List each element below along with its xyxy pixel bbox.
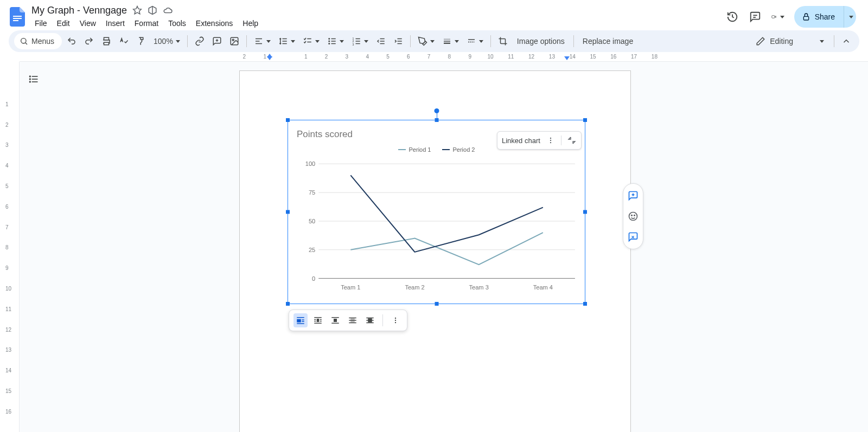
cloud-status-icon[interactable] [163,5,173,15]
border-weight-button[interactable] [439,34,462,49]
history-icon[interactable] [726,10,739,23]
comment-rail [623,183,643,249]
resize-handle-mr[interactable] [583,210,587,214]
align-button[interactable] [251,34,273,49]
add-comment-rail-icon[interactable] [626,188,641,203]
crop-button[interactable] [495,34,510,49]
document-canvas[interactable]: Points scored Period 1 Period 2 02550751… [20,62,868,432]
outline-toggle-button[interactable] [25,70,42,88]
behind-text-button[interactable] [346,313,360,327]
border-dash-button[interactable] [464,34,486,49]
svg-point-55 [30,76,31,77]
menu-extensions[interactable]: Extensions [192,17,237,29]
svg-text:3: 3 [352,43,354,46]
svg-text:Team 4: Team 4 [533,284,553,291]
collapse-toolbar-button[interactable] [839,34,854,49]
meet-button[interactable] [771,10,784,23]
svg-point-75 [550,142,551,143]
svg-rect-12 [104,42,109,45]
svg-point-73 [550,138,551,139]
comments-icon[interactable] [749,10,762,23]
suggest-edits-icon[interactable] [626,229,641,244]
replace-image-button[interactable]: Replace image [578,37,637,46]
svg-rect-77 [297,319,301,323]
header-actions: Share [726,6,861,28]
menu-tools[interactable]: Tools [164,17,190,29]
svg-text:0: 0 [312,275,315,282]
indent-increase-button[interactable] [391,34,406,49]
svg-point-56 [30,79,31,80]
docs-logo[interactable] [7,6,28,28]
print-button[interactable] [99,34,114,49]
add-comment-button[interactable] [209,34,225,49]
resize-handle-tm[interactable] [435,118,438,122]
svg-point-28 [329,43,330,44]
svg-text:25: 25 [309,247,315,253]
legend-series-1: Period 1 [409,146,431,153]
vertical-ruler[interactable]: 12345678910111213141516 [0,62,20,432]
resize-handle-ml[interactable] [286,210,290,214]
svg-rect-8 [803,16,808,20]
undo-button[interactable] [64,34,79,49]
resize-handle-bm[interactable] [435,302,438,306]
menu-help[interactable]: Help [238,17,263,29]
svg-point-26 [329,38,330,40]
break-text-button[interactable] [328,313,342,327]
indent-decrease-button[interactable] [373,34,388,49]
svg-point-104 [629,212,637,221]
paint-format-button[interactable] [133,34,149,49]
search-menus-label: Menus [31,37,54,46]
share-dropdown[interactable] [844,6,856,28]
svg-rect-89 [334,319,337,322]
wrap-text-button[interactable] [311,313,325,327]
unlink-icon[interactable] [567,136,577,145]
bulleted-list-button[interactable] [324,34,347,49]
svg-point-106 [634,215,635,216]
star-icon[interactable] [132,5,142,15]
svg-point-100 [395,320,396,321]
svg-point-27 [329,41,330,42]
horizontal-ruler[interactable]: 21123456789101112131415161718 [20,52,868,62]
document-title[interactable]: My Graph - Venngage [31,5,127,16]
in-front-text-button[interactable] [363,313,377,327]
toolbar: Menus 100% 123 Image options Replace ima… [9,30,859,52]
share-button[interactable]: Share [794,6,844,28]
insert-link-button[interactable] [192,34,207,49]
linked-chart-label[interactable]: Linked chart [502,137,540,145]
editing-mode-button[interactable]: Editing [750,36,829,46]
spellcheck-button[interactable] [116,34,131,49]
resize-handle-bl[interactable] [286,302,290,306]
image-options-button[interactable]: Image options [513,37,569,46]
zoom-select[interactable]: 100% [151,34,183,49]
search-menus[interactable]: Menus [14,33,62,49]
linked-chart-chip: Linked chart [497,131,582,150]
menu-view[interactable]: View [75,17,100,29]
inline-wrap-button[interactable] [293,313,308,327]
resize-handle-br[interactable] [583,302,587,306]
svg-text:75: 75 [309,189,315,196]
checklist-button[interactable] [300,34,322,49]
move-icon[interactable] [148,5,157,15]
svg-point-99 [395,318,396,319]
menu-insert[interactable]: Insert [101,17,129,29]
svg-rect-0 [13,16,22,17]
menu-bar: File Edit View Insert Format Tools Exten… [30,16,726,29]
numbered-list-button[interactable]: 123 [349,34,371,49]
insert-image-button[interactable] [227,34,242,49]
menu-edit[interactable]: Edit [53,17,74,29]
layout-more-options-icon[interactable] [388,313,403,327]
left-margin-marker-icon[interactable] [267,56,272,61]
redo-button[interactable] [81,34,97,49]
border-color-button[interactable] [415,34,437,49]
svg-rect-83 [317,319,320,322]
linked-chart-options-icon[interactable] [546,136,556,145]
emoji-reaction-icon[interactable] [626,209,641,224]
svg-text:Team 2: Team 2 [405,284,424,291]
menu-file[interactable]: File [30,17,52,29]
line-spacing-button[interactable] [276,34,298,49]
svg-point-9 [21,38,26,43]
menu-format[interactable]: Format [130,17,163,29]
resize-handle-tr[interactable] [583,118,587,122]
resize-handle-tl[interactable] [286,118,290,122]
right-margin-marker-icon[interactable] [564,56,570,61]
